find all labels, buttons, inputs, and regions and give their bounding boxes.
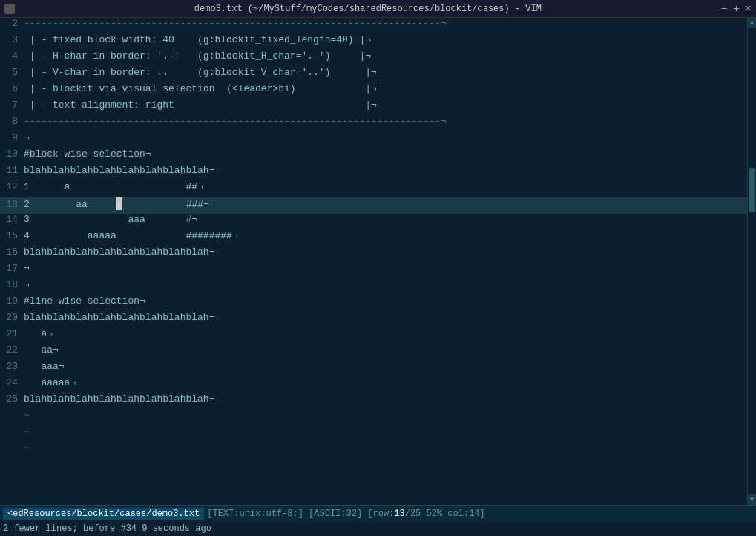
command-text: 2 fewer lines; before #34 9 seconds ago: [3, 523, 211, 534]
maximize-button[interactable]: +: [733, 3, 739, 15]
scrollbar-arrow-down[interactable]: ▼: [748, 494, 756, 505]
line-content-2: ----------------------------------------…: [24, 18, 447, 29]
line-content-13: 2 aa ###¬: [24, 197, 209, 210]
line-content-18: ¬: [24, 279, 30, 290]
line-19: 19#line-wise selection¬: [0, 295, 747, 312]
line-11: 11blahblahblahblahblahblahblahblah¬: [0, 165, 747, 181]
line-num-4: 4: [3, 50, 24, 62]
status-col: col:14]: [447, 509, 484, 519]
editor: 2---------------------------------------…: [0, 18, 756, 505]
line-content-11: blahblahblahblahblahblahblahblah¬: [24, 165, 214, 176]
tilde-line-2: ~: [0, 442, 747, 459]
line-content-5: | - V-char in border: .. (g:blockit_V_ch…: [24, 67, 377, 78]
line-content-15: 4 aaaaa ########¬: [24, 230, 238, 241]
line-24: 24 aaaaa¬: [0, 377, 747, 393]
line-content-22: aa¬: [24, 344, 59, 356]
line-content-25: blahblahblahblahblahblahblahblah¬: [24, 393, 214, 405]
line-content-9: ¬: [24, 132, 30, 143]
window-controls[interactable]: − + ×: [721, 3, 752, 15]
line-num-17: 17: [3, 263, 24, 274]
line-10: 10#block-wise selection¬: [0, 148, 747, 165]
line-5: 5 | - V-char in border: .. (g:blockit_V_…: [0, 67, 747, 83]
line-content-20: blahblahblahblahblahblahblahblah¬: [24, 312, 214, 323]
line-num-11: 11: [3, 165, 24, 176]
line-7: 7 | - text alignment: right |¬: [0, 99, 747, 116]
status-row-label: [row:: [367, 509, 394, 519]
line-15: 154 aaaaa ########¬: [0, 230, 747, 246]
tilde-line-1: ~: [0, 426, 747, 442]
line-num-5: 5: [3, 67, 24, 78]
line-content-17: ¬: [24, 263, 30, 274]
line-num-9: 9: [3, 132, 24, 143]
tilde-char: ~: [24, 426, 30, 437]
line-23: 23 aaa¬: [0, 361, 747, 377]
line-25: 25blahblahblahblahblahblahblahblah¬: [0, 393, 747, 410]
line-4: 4 | - H-char in border: '.-' (g:blockit_…: [0, 50, 747, 67]
line-content-14: 3 aaa #¬: [24, 214, 197, 225]
line-content-24: aaaaa¬: [24, 377, 76, 388]
tilde-line-0: ~: [0, 410, 747, 426]
line-num-13: 13: [3, 199, 24, 210]
line-content-4: | - H-char in border: '.-' (g:blockit_H_…: [24, 50, 371, 62]
line-content-19: #line-wise selection¬: [24, 295, 145, 307]
line-num-8: 8: [3, 116, 24, 127]
line-num-18: 18: [3, 279, 24, 290]
status-row-total: /25: [405, 509, 421, 519]
close-button[interactable]: ×: [746, 3, 752, 15]
status-info: [TEXT:unix:utf-8:] [ASCII:32] [row:13/25…: [207, 509, 485, 519]
line-num-6: 6: [3, 83, 24, 94]
line-num-21: 21: [3, 328, 24, 339]
line-18: 18¬: [0, 279, 747, 295]
minimize-button[interactable]: −: [721, 3, 727, 15]
line-12: 121 a ##¬: [0, 181, 747, 197]
line-8: 8---------------------------------------…: [0, 116, 747, 132]
line-num-24: 24: [3, 377, 24, 388]
line-2: 2---------------------------------------…: [0, 18, 747, 34]
line-content-3: | - fixed block width: 40 (g:blockit_fix…: [24, 34, 371, 45]
line-content-23: aaa¬: [24, 361, 65, 372]
line-num-23: 23: [3, 361, 24, 372]
tilde-char: ~: [24, 442, 30, 454]
line-num-15: 15: [3, 230, 24, 241]
line-content-6: | - blockit via visual selection (<leade…: [24, 83, 377, 94]
line-content-7: | - text alignment: right |¬: [24, 99, 377, 111]
status-row-num: 13: [394, 509, 404, 519]
line-num-16: 16: [3, 246, 24, 258]
scrollbar[interactable]: ▲ ▼: [747, 18, 756, 505]
window-title: demo3.txt (~/MyStuff/myCodes/sharedResou…: [15, 4, 721, 14]
line-num-2: 2: [3, 18, 24, 29]
scrollbar-track[interactable]: [748, 28, 756, 494]
title-bar: demo3.txt (~/MyStuff/myCodes/sharedResou…: [0, 0, 756, 18]
line-num-19: 19: [3, 295, 24, 307]
line-13: 132 aa ###¬: [0, 197, 747, 214]
line-17: 17¬: [0, 263, 747, 279]
line-num-14: 14: [3, 214, 24, 225]
line-20: 20blahblahblahblahblahblahblahblah¬: [0, 312, 747, 328]
line-21: 21 a¬: [0, 328, 747, 344]
line-num-12: 12: [3, 181, 24, 192]
line-num-22: 22: [3, 344, 24, 356]
scrollbar-thumb[interactable]: [749, 168, 755, 212]
command-line: 2 fewer lines; before #34 9 seconds ago: [0, 521, 756, 536]
line-num-7: 7: [3, 99, 24, 111]
line-14: 143 aaa #¬: [0, 214, 747, 230]
line-content-8: ----------------------------------------…: [24, 116, 447, 127]
line-16: 16blahblahblahblahblahblahblahblah¬: [0, 246, 747, 263]
line-content-21: a¬: [24, 328, 53, 339]
line-content-10: #block-wise selection¬: [24, 148, 151, 160]
line-num-10: 10: [3, 148, 24, 160]
status-percent: 52%: [427, 509, 443, 519]
line-6: 6 | - blockit via visual selection (<lea…: [0, 83, 747, 99]
line-3: 3 | - fixed block width: 40 (g:blockit_f…: [0, 34, 747, 50]
line-9: 9¬: [0, 132, 747, 148]
line-content-16: blahblahblahblahblahblahblahblah¬: [24, 246, 214, 258]
line-num-25: 25: [3, 393, 24, 405]
line-num-3: 3: [3, 34, 24, 45]
line-num-20: 20: [3, 312, 24, 323]
content-area[interactable]: 2---------------------------------------…: [0, 18, 747, 505]
status-path: <edResources/blockit/cases/demo3.txt: [3, 508, 204, 520]
line-22: 22 aa¬: [0, 344, 747, 361]
line-content-12: 1 a ##¬: [24, 181, 203, 192]
scrollbar-arrow-up[interactable]: ▲: [748, 18, 756, 28]
text-cursor: [116, 197, 122, 210]
